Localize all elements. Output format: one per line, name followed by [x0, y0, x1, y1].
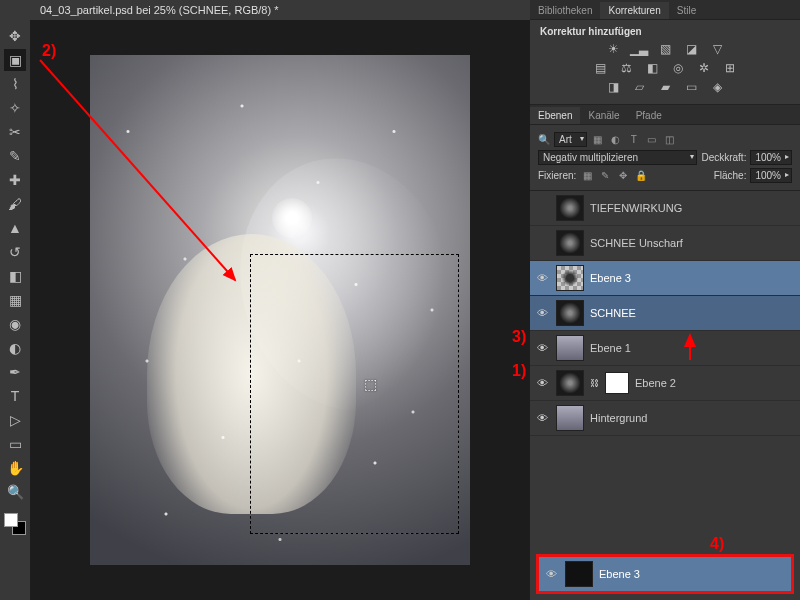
threshold-icon[interactable]: ▰: [655, 79, 675, 95]
pen-tool[interactable]: ✒: [4, 361, 26, 383]
healing-tool[interactable]: ✚: [4, 169, 26, 191]
gradient-map-icon[interactable]: ▭: [681, 79, 701, 95]
opacity-input[interactable]: 100%: [750, 150, 792, 165]
lut-icon[interactable]: ⊞: [720, 60, 740, 76]
layer-row[interactable]: 👁 Ebene 1: [530, 331, 800, 366]
selection-marquee[interactable]: [250, 254, 459, 535]
mask-thumbnail[interactable]: [605, 372, 629, 394]
document-canvas[interactable]: ⬚: [90, 55, 470, 565]
rectangle-tool[interactable]: ▭: [4, 433, 26, 455]
crop-tool[interactable]: ✂: [4, 121, 26, 143]
marquee-tool[interactable]: ▣: [4, 49, 26, 71]
mixer-icon[interactable]: ✲: [694, 60, 714, 76]
levels-icon[interactable]: ▁▃: [629, 41, 649, 57]
toolbox: ✥ ▣ ⌇ ✧ ✂ ✎ ✚ 🖌 ▲ ↺ ◧ ▦ ◉ ◐ ✒ T ▷ ▭ ✋ 🔍: [0, 20, 30, 600]
layer-name[interactable]: Ebene 1: [590, 342, 631, 354]
layer-thumbnail[interactable]: [556, 230, 584, 256]
hue-icon[interactable]: ▤: [590, 60, 610, 76]
fg-color-swatch[interactable]: [4, 513, 18, 527]
layer-name[interactable]: SCHNEE Unscharf: [590, 237, 683, 249]
brush-tool[interactable]: 🖌: [4, 193, 26, 215]
filter-shape-icon[interactable]: ▭: [645, 133, 659, 147]
visibility-toggle[interactable]: 👁: [534, 237, 550, 249]
layer-name[interactable]: Ebene 3: [590, 272, 631, 284]
fill-label: Fläche:: [714, 170, 747, 181]
layer-thumbnail[interactable]: [565, 561, 593, 587]
filter-adjust-icon[interactable]: ◐: [609, 133, 623, 147]
brightness-icon[interactable]: ☀: [603, 41, 623, 57]
visibility-toggle[interactable]: 👁: [534, 307, 550, 319]
visibility-toggle[interactable]: 👁: [534, 272, 550, 284]
visibility-toggle[interactable]: 👁: [543, 568, 559, 580]
tab-korrekturen[interactable]: Korrekturen: [600, 2, 668, 19]
layer-thumbnail[interactable]: [556, 370, 584, 396]
lasso-tool[interactable]: ⌇: [4, 73, 26, 95]
tab-pfade[interactable]: Pfade: [628, 107, 670, 124]
blur-tool[interactable]: ◉: [4, 313, 26, 335]
blend-mode-dropdown[interactable]: Negativ multiplizieren: [538, 150, 697, 165]
layer-name[interactable]: SCHNEE: [590, 307, 636, 319]
tab-kanale[interactable]: Kanäle: [580, 107, 627, 124]
hand-tool[interactable]: ✋: [4, 457, 26, 479]
layer-filter-dropdown[interactable]: Art: [554, 132, 587, 147]
opacity-label: Deckkraft:: [701, 152, 746, 163]
layer-name[interactable]: Hintergrund: [590, 412, 647, 424]
visibility-toggle[interactable]: 👁: [534, 342, 550, 354]
layer-thumbnail[interactable]: [556, 300, 584, 326]
layer-row-highlighted[interactable]: 👁 Ebene 3: [536, 554, 794, 594]
filter-smart-icon[interactable]: ◫: [663, 133, 677, 147]
layer-row[interactable]: 👁 Ebene 3: [530, 261, 800, 296]
invert-icon[interactable]: ◨: [603, 79, 623, 95]
stamp-tool[interactable]: ▲: [4, 217, 26, 239]
layer-row[interactable]: 👁 SCHNEE Unscharf: [530, 226, 800, 261]
history-brush-tool[interactable]: ↺: [4, 241, 26, 263]
lock-transparency-icon[interactable]: ▦: [580, 169, 594, 183]
eraser-tool[interactable]: ◧: [4, 265, 26, 287]
tab-stile[interactable]: Stile: [669, 2, 704, 19]
lock-position-icon[interactable]: ✥: [616, 169, 630, 183]
curves-icon[interactable]: ▧: [655, 41, 675, 57]
tab-ebenen[interactable]: Ebenen: [530, 107, 580, 124]
adjustments-panel-tabs: Bibliotheken Korrekturen Stile: [530, 0, 800, 20]
move-tool[interactable]: ✥: [4, 25, 26, 47]
layer-row[interactable]: 👁 SCHNEE: [530, 296, 800, 331]
type-tool[interactable]: T: [4, 385, 26, 407]
filter-type-icon[interactable]: T: [627, 133, 641, 147]
fill-input[interactable]: 100%: [750, 168, 792, 183]
mask-link-icon[interactable]: ⛓: [590, 378, 599, 388]
visibility-toggle[interactable]: 👁: [534, 412, 550, 424]
eyedropper-tool[interactable]: ✎: [4, 145, 26, 167]
dodge-tool[interactable]: ◐: [4, 337, 26, 359]
balance-icon[interactable]: ⚖: [616, 60, 636, 76]
visibility-toggle[interactable]: 👁: [534, 202, 550, 214]
vibrance-icon[interactable]: ▽: [707, 41, 727, 57]
gradient-tool[interactable]: ▦: [4, 289, 26, 311]
path-select-tool[interactable]: ▷: [4, 409, 26, 431]
photo-filter-icon[interactable]: ◎: [668, 60, 688, 76]
layer-thumbnail[interactable]: [556, 195, 584, 221]
filter-image-icon[interactable]: ▦: [591, 133, 605, 147]
zoom-tool[interactable]: 🔍: [4, 481, 26, 503]
posterize-icon[interactable]: ▱: [629, 79, 649, 95]
bw-icon[interactable]: ◧: [642, 60, 662, 76]
layer-row[interactable]: 👁 ⛓ Ebene 2: [530, 366, 800, 401]
magic-wand-tool[interactable]: ✧: [4, 97, 26, 119]
layer-name[interactable]: Ebene 2: [635, 377, 676, 389]
selective-color-icon[interactable]: ◈: [707, 79, 727, 95]
cursor-icon: ⬚: [364, 376, 377, 392]
lock-pixels-icon[interactable]: ✎: [598, 169, 612, 183]
layer-row[interactable]: 👁 Hintergrund: [530, 401, 800, 436]
layer-thumbnail[interactable]: [556, 265, 584, 291]
layer-name[interactable]: TIEFENWIRKUNG: [590, 202, 682, 214]
visibility-toggle[interactable]: 👁: [534, 377, 550, 389]
lock-all-icon[interactable]: 🔒: [634, 169, 648, 183]
exposure-icon[interactable]: ◪: [681, 41, 701, 57]
canvas-area[interactable]: ⬚: [30, 20, 530, 600]
layer-thumbnail[interactable]: [556, 335, 584, 361]
tab-bibliotheken[interactable]: Bibliotheken: [530, 2, 600, 19]
layer-row[interactable]: 👁 TIEFENWIRKUNG: [530, 191, 800, 226]
layer-thumbnail[interactable]: [556, 405, 584, 431]
layer-name[interactable]: Ebene 3: [599, 568, 640, 580]
document-tab[interactable]: 04_03_partikel.psd bei 25% (SCHNEE, RGB/…: [40, 4, 278, 16]
color-swatches[interactable]: [4, 513, 26, 535]
